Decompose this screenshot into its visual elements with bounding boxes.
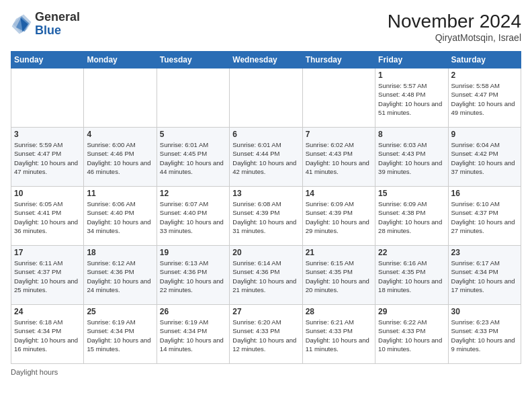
day-number: 22 — [378, 248, 445, 257]
day-number: 13 — [232, 189, 299, 198]
logo-general: General — [35, 11, 80, 24]
day-info: Sunrise: 6:13 AMSunset: 4:36 PMDaylight:… — [160, 259, 226, 294]
day-number: 24 — [14, 307, 81, 316]
day-info: Sunrise: 6:20 AMSunset: 4:33 PMDaylight:… — [232, 318, 299, 353]
weekday-header-row: SundayMondayTuesdayWednesdayThursdayFrid… — [11, 52, 521, 68]
day-info: Sunrise: 6:12 AMSunset: 4:36 PMDaylight:… — [87, 259, 153, 294]
logo: General Blue — [11, 11, 80, 38]
calendar-cell: 17Sunrise: 6:11 AMSunset: 4:37 PMDayligh… — [11, 246, 84, 305]
weekday-header: Saturday — [448, 52, 521, 68]
day-info: Sunrise: 5:59 AMSunset: 4:47 PMDaylight:… — [14, 140, 81, 176]
day-number: 30 — [451, 307, 518, 316]
calendar-cell: 11Sunrise: 6:06 AMSunset: 4:40 PMDayligh… — [84, 187, 157, 246]
calendar-week-row: 10Sunrise: 6:05 AMSunset: 4:41 PMDayligh… — [11, 187, 521, 246]
calendar-cell: 21Sunrise: 6:15 AMSunset: 4:35 PMDayligh… — [302, 246, 375, 305]
day-number: 5 — [160, 130, 226, 139]
day-number: 2 — [451, 71, 518, 80]
day-info: Sunrise: 6:19 AMSunset: 4:34 PMDaylight:… — [87, 318, 153, 353]
day-number: 9 — [451, 130, 518, 139]
day-info: Sunrise: 6:07 AMSunset: 4:40 PMDaylight:… — [160, 199, 226, 235]
day-number: 16 — [451, 189, 518, 198]
day-number: 7 — [306, 130, 372, 139]
month-title: November 2024 — [388, 11, 521, 32]
day-number: 27 — [232, 307, 299, 316]
calendar-cell: 10Sunrise: 6:05 AMSunset: 4:41 PMDayligh… — [11, 187, 84, 246]
calendar-cell: 2Sunrise: 5:58 AMSunset: 4:47 PMDaylight… — [448, 68, 521, 128]
logo-blue: Blue — [35, 24, 80, 38]
day-info: Sunrise: 6:21 AMSunset: 4:33 PMDaylight:… — [306, 318, 372, 353]
calendar-cell — [84, 68, 157, 128]
day-number: 11 — [87, 189, 153, 198]
day-number: 3 — [14, 130, 81, 139]
calendar-cell: 25Sunrise: 6:19 AMSunset: 4:34 PMDayligh… — [84, 305, 157, 364]
day-number: 1 — [378, 71, 445, 80]
day-number: 14 — [306, 189, 372, 198]
calendar-week-row: 3Sunrise: 5:59 AMSunset: 4:47 PMDaylight… — [11, 128, 521, 187]
weekday-header: Friday — [375, 52, 448, 68]
day-info: Sunrise: 6:15 AMSunset: 4:35 PMDaylight:… — [306, 259, 372, 294]
calendar-week-row: 1Sunrise: 5:57 AMSunset: 4:48 PMDaylight… — [11, 68, 521, 128]
calendar-cell: 1Sunrise: 5:57 AMSunset: 4:48 PMDaylight… — [375, 68, 448, 128]
calendar-cell: 14Sunrise: 6:09 AMSunset: 4:39 PMDayligh… — [302, 187, 375, 246]
calendar-cell: 19Sunrise: 6:13 AMSunset: 4:36 PMDayligh… — [157, 246, 229, 305]
location: QiryatMotsqin, Israel — [388, 32, 521, 43]
calendar-cell: 6Sunrise: 6:01 AMSunset: 4:44 PMDaylight… — [230, 128, 302, 187]
day-info: Sunrise: 6:09 AMSunset: 4:38 PMDaylight:… — [378, 199, 445, 235]
day-number: 25 — [87, 307, 153, 316]
weekday-header: Thursday — [302, 52, 375, 68]
day-number: 17 — [14, 248, 81, 257]
calendar-cell — [302, 68, 375, 128]
day-number: 18 — [87, 248, 153, 257]
day-info: Sunrise: 6:01 AMSunset: 4:44 PMDaylight:… — [232, 140, 299, 176]
day-info: Sunrise: 6:11 AMSunset: 4:37 PMDaylight:… — [14, 259, 81, 294]
calendar-cell: 12Sunrise: 6:07 AMSunset: 4:40 PMDayligh… — [157, 187, 229, 246]
day-number: 23 — [451, 248, 518, 257]
day-info: Sunrise: 6:06 AMSunset: 4:40 PMDaylight:… — [87, 199, 153, 235]
day-number: 19 — [160, 248, 226, 257]
calendar-cell: 16Sunrise: 6:10 AMSunset: 4:37 PMDayligh… — [448, 187, 521, 246]
calendar-cell: 27Sunrise: 6:20 AMSunset: 4:33 PMDayligh… — [230, 305, 302, 364]
calendar-cell: 30Sunrise: 6:23 AMSunset: 4:33 PMDayligh… — [448, 305, 521, 364]
day-info: Sunrise: 6:10 AMSunset: 4:37 PMDaylight:… — [451, 199, 518, 235]
day-info: Sunrise: 6:04 AMSunset: 4:42 PMDaylight:… — [451, 140, 518, 176]
calendar-cell: 26Sunrise: 6:19 AMSunset: 4:34 PMDayligh… — [157, 305, 229, 364]
day-number: 10 — [14, 189, 81, 198]
calendar-cell: 9Sunrise: 6:04 AMSunset: 4:42 PMDaylight… — [448, 128, 521, 187]
day-info: Sunrise: 6:09 AMSunset: 4:39 PMDaylight:… — [306, 199, 372, 235]
day-number: 4 — [87, 130, 153, 139]
day-info: Sunrise: 6:18 AMSunset: 4:34 PMDaylight:… — [14, 318, 81, 353]
calendar-cell: 13Sunrise: 6:08 AMSunset: 4:39 PMDayligh… — [230, 187, 302, 246]
calendar-table: SundayMondayTuesdayWednesdayThursdayFrid… — [11, 51, 521, 364]
calendar-cell — [157, 68, 229, 128]
day-number: 20 — [232, 248, 299, 257]
calendar-cell: 15Sunrise: 6:09 AMSunset: 4:38 PMDayligh… — [375, 187, 448, 246]
day-number: 21 — [306, 248, 372, 257]
calendar-cell — [230, 68, 302, 128]
day-number: 15 — [378, 189, 445, 198]
day-info: Sunrise: 6:23 AMSunset: 4:33 PMDaylight:… — [451, 318, 518, 353]
day-number: 26 — [160, 307, 226, 316]
day-info: Sunrise: 6:03 AMSunset: 4:43 PMDaylight:… — [378, 140, 445, 176]
day-number: 29 — [378, 307, 445, 316]
day-number: 28 — [306, 307, 372, 316]
day-info: Sunrise: 6:22 AMSunset: 4:33 PMDaylight:… — [378, 318, 445, 353]
calendar-cell: 23Sunrise: 6:17 AMSunset: 4:34 PMDayligh… — [448, 246, 521, 305]
day-info: Sunrise: 6:14 AMSunset: 4:36 PMDaylight:… — [232, 259, 299, 294]
calendar-cell: 20Sunrise: 6:14 AMSunset: 4:36 PMDayligh… — [230, 246, 302, 305]
day-info: Sunrise: 6:01 AMSunset: 4:45 PMDaylight:… — [160, 140, 226, 176]
weekday-header: Sunday — [11, 52, 84, 68]
calendar-cell: 22Sunrise: 6:16 AMSunset: 4:35 PMDayligh… — [375, 246, 448, 305]
weekday-header: Monday — [84, 52, 157, 68]
calendar-cell: 24Sunrise: 6:18 AMSunset: 4:34 PMDayligh… — [11, 305, 84, 364]
day-info: Sunrise: 6:08 AMSunset: 4:39 PMDaylight:… — [232, 199, 299, 235]
day-number: 8 — [378, 130, 445, 139]
daylight-hours-label: Daylight hours — [11, 368, 58, 376]
weekday-header: Wednesday — [230, 52, 302, 68]
logo-text: General Blue — [35, 11, 80, 38]
calendar-cell: 29Sunrise: 6:22 AMSunset: 4:33 PMDayligh… — [375, 305, 448, 364]
day-info: Sunrise: 5:57 AMSunset: 4:48 PMDaylight:… — [378, 81, 445, 117]
calendar-cell: 8Sunrise: 6:03 AMSunset: 4:43 PMDaylight… — [375, 128, 448, 187]
calendar-week-row: 17Sunrise: 6:11 AMSunset: 4:37 PMDayligh… — [11, 246, 521, 305]
day-info: Sunrise: 6:05 AMSunset: 4:41 PMDaylight:… — [14, 199, 81, 235]
calendar-week-row: 24Sunrise: 6:18 AMSunset: 4:34 PMDayligh… — [11, 305, 521, 364]
